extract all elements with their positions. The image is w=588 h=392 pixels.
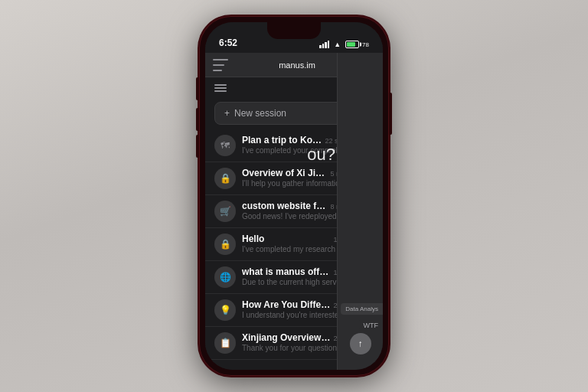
session-avatar: 🗺 — [214, 135, 236, 156]
battery-percent: 78 — [362, 41, 369, 48]
browser-url: manus.im — [279, 60, 315, 70]
session-title: Overview of Xi Jinp... — [242, 168, 327, 178]
plus-icon: + — [224, 108, 230, 119]
wtf-badge: WTF — [359, 319, 384, 332]
wifi-icon: ▲ — [334, 41, 341, 48]
session-avatar: 🌐 — [214, 266, 236, 288]
session-title: Hello — [242, 234, 264, 244]
session-avatar: 💡 — [214, 299, 236, 321]
sidebar-icon[interactable] — [213, 59, 228, 71]
battery-icon — [345, 41, 359, 48]
notch — [267, 22, 321, 39]
session-avatar: 🔒 — [214, 168, 236, 189]
session-avatar: 🔒 — [214, 234, 236, 255]
session-avatar: 🛒 — [214, 201, 236, 222]
session-title: what is manus offici... — [242, 266, 330, 277]
data-analysis-badge: Data Analys — [341, 303, 383, 315]
signal-bars-icon — [319, 41, 329, 48]
session-title: Xinjiang Overview a... — [242, 332, 330, 343]
app-content: 🔍 + New session ⌘ K 🗺 Plan a trip to Kor… — [205, 77, 383, 370]
session-avatar: 📋 — [214, 332, 236, 354]
status-time: 6:52 — [219, 38, 237, 48]
hamburger-icon[interactable] — [214, 84, 227, 92]
you-text: ou? — [307, 145, 335, 165]
new-session-label: New session — [234, 108, 286, 119]
status-icons: ▲ 78 — [319, 41, 369, 48]
session-title: custom website for ... — [242, 201, 327, 211]
phone-shell: 6:52 ▲ 78 manus. — [199, 16, 389, 376]
session-title: Plan a trip to Korea — [242, 135, 322, 145]
chat-overlay: ou? Data Analys WTF ↑ — [337, 77, 383, 370]
send-button[interactable]: ↑ — [350, 333, 371, 354]
session-title: How Are You Differe... — [242, 299, 330, 310]
phone-screen: 6:52 ▲ 78 manus. — [205, 22, 383, 370]
